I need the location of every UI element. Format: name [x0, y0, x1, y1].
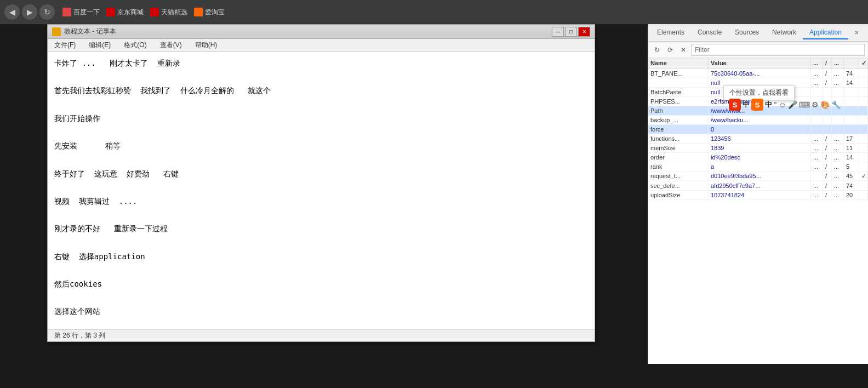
sougou-settings[interactable]: ⚙	[812, 100, 819, 109]
menu-format[interactable]: 格式(O)	[117, 39, 153, 51]
cell-dot	[811, 88, 823, 96]
cell-name: backup_...	[648, 116, 709, 124]
close-button[interactable]: ✕	[578, 27, 590, 37]
devtools-panel: Elements Console Sources Network Applica…	[648, 24, 868, 364]
table-row[interactable]: BT_PANE... 75c30640-05aa-... ... / ... 7…	[648, 69, 868, 78]
cell-dot: ...	[811, 162, 823, 171]
menu-edit[interactable]: 编辑(E)	[82, 39, 117, 51]
cell-num	[844, 106, 859, 115]
table-row[interactable]: memSize 1839 ... / ... 11	[648, 144, 868, 153]
sougou-icon-2[interactable]: S	[751, 99, 763, 111]
sougou-mic[interactable]: 🎤	[788, 100, 797, 109]
cell-dot	[811, 172, 823, 181]
cell-slash: /	[823, 144, 832, 152]
jd-icon	[106, 8, 115, 16]
cell-name: PHPSES...	[648, 97, 709, 106]
cell-dot2: ...	[832, 69, 844, 78]
sougou-skin[interactable]: 🎨	[820, 100, 830, 109]
bookmark-ali[interactable]: 爱淘宝	[194, 8, 225, 17]
header-num	[844, 58, 859, 69]
cell-num: 74	[844, 69, 859, 78]
notepad-title: 教程文本 - 记事本	[64, 27, 552, 36]
cell-num	[844, 97, 859, 106]
filter-input[interactable]	[691, 44, 865, 56]
forward-button[interactable]: ▶	[22, 4, 37, 20]
cell-dot2: ...	[832, 153, 844, 162]
table-row-force[interactable]: force 0	[648, 125, 868, 134]
tab-elements[interactable]: Elements	[650, 26, 691, 39]
tab-more[interactable]: »	[848, 26, 865, 39]
table-row[interactable]: order id%20desc ... / ... 14	[648, 153, 868, 162]
cell-dot2: ...	[832, 144, 844, 152]
cell-value-force: 0	[709, 125, 811, 134]
cell-check: ✓	[859, 172, 868, 181]
notepad-content-area: 卡炸了 ... 刚才太卡了 重新录 首先我们去找彩虹秒赞 我找到了 什么冷月全解…	[48, 52, 595, 329]
tab-console[interactable]: Console	[691, 26, 728, 39]
table-row[interactable]: backup_... /www/backu...	[648, 116, 868, 125]
cell-name: order	[648, 153, 709, 162]
cell-check	[859, 88, 868, 96]
sougou-ime-toolbar: S 中 S 中 ° ☺ 🎤 ⌨ ⚙ 🎨 🔧	[729, 99, 841, 111]
notepad-textarea[interactable]: 卡炸了 ... 刚才太卡了 重新录 首先我们去找彩虹秒赞 我找到了 什么冷月全解…	[48, 52, 595, 329]
cell-dot2: ...	[832, 134, 844, 143]
bookmark-baidu[interactable]: 百度一下	[62, 8, 100, 17]
devtools-tabs-bar: Elements Console Sources Network Applica…	[648, 24, 868, 42]
cell-check	[859, 78, 868, 87]
cell-dot: ...	[811, 69, 823, 78]
menu-view[interactable]: 查看(V)	[153, 39, 189, 51]
baidu-label: 百度一下	[73, 8, 100, 17]
devtools-toolbar: ↻ ⟳ ✕	[648, 42, 868, 58]
cell-name-path: Path	[648, 106, 709, 115]
menu-file[interactable]: 文件(F)	[48, 39, 82, 51]
cell-num: 5	[844, 162, 859, 171]
cell-slash: /	[823, 69, 832, 78]
cell-value: /www/backu...	[709, 116, 811, 124]
table-row[interactable]: sec_defe... afd2950cff7c9a7... ... / ...…	[648, 181, 868, 191]
cell-check	[859, 134, 868, 143]
bookmark-tmall[interactable]: 天猫精选	[150, 8, 187, 17]
sougou-keyboard[interactable]: ⌨	[799, 100, 810, 109]
sougou-tools[interactable]: 🔧	[831, 100, 841, 109]
table-row[interactable]: uploadSize 1073741824 ... / ... 20	[648, 191, 868, 200]
refresh-button[interactable]: ↻	[39, 4, 55, 20]
header-dot1: ...	[811, 58, 823, 69]
cell-num: 45	[844, 172, 859, 181]
maximize-button[interactable]: □	[565, 27, 577, 37]
cell-check	[859, 125, 868, 134]
tab-application[interactable]: Application	[803, 26, 848, 39]
table-row[interactable]: functions... 123456 ... / ... 17	[648, 134, 868, 144]
cell-num: 20	[844, 191, 859, 199]
cell-value: id%20desc	[709, 153, 811, 162]
menu-help[interactable]: 帮助(H)	[189, 39, 224, 51]
back-icon[interactable]: ⟳	[665, 44, 676, 55]
refresh-icon[interactable]: ↻	[652, 44, 663, 55]
cell-value: 123456	[709, 134, 811, 143]
table-row[interactable]: request_t... d010ee9f3bda95... / ... 45 …	[648, 172, 868, 181]
cell-check	[859, 181, 868, 190]
cell-slash: /	[823, 172, 832, 181]
tab-sources[interactable]: Sources	[728, 26, 766, 39]
cell-value: a	[709, 162, 811, 171]
back-button[interactable]: ◀	[4, 4, 20, 20]
cell-dot: ...	[811, 144, 823, 152]
cell-value: 1073741824	[709, 191, 811, 199]
cell-name: memSize	[648, 144, 709, 152]
minimize-button[interactable]: —	[552, 27, 564, 37]
sougou-icon-1[interactable]: S	[729, 99, 741, 111]
tab-network[interactable]: Network	[766, 26, 803, 39]
sougou-punctuation[interactable]: °	[774, 100, 777, 109]
cell-dot	[811, 125, 823, 134]
devtools-more-button[interactable]: ⋮	[865, 27, 868, 38]
sougou-zh-label-2: 中	[765, 100, 772, 110]
sougou-emoji[interactable]: ☺	[779, 100, 786, 109]
cell-dot2: ...	[832, 162, 844, 171]
bookmark-jd[interactable]: 京东商城	[106, 8, 144, 17]
nav-icons: ◀ ▶ ↻	[4, 4, 55, 20]
notepad-icon	[52, 27, 61, 36]
cell-dot2: ...	[832, 172, 844, 181]
table-row[interactable]: rank a ... / ... 5	[648, 162, 868, 172]
clear-icon[interactable]: ✕	[678, 44, 689, 55]
tmall-icon	[150, 8, 159, 16]
cell-check	[859, 162, 868, 171]
cell-name: rank	[648, 162, 709, 171]
